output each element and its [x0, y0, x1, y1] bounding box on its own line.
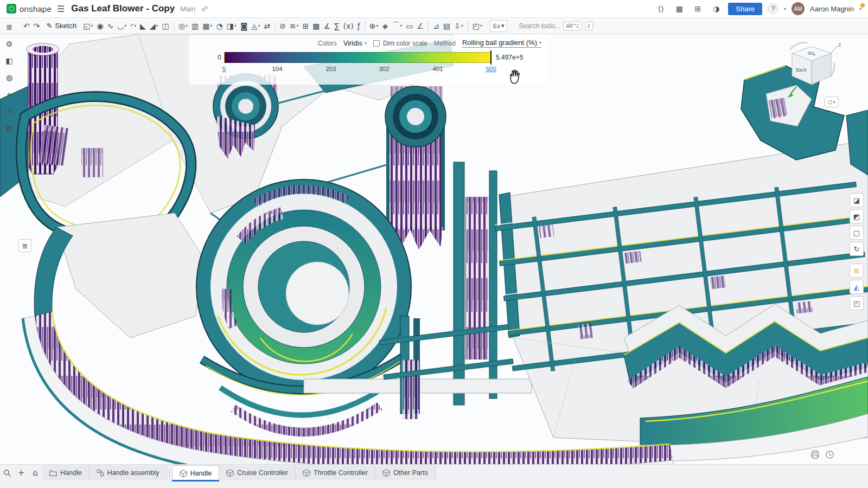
- main-menu-icon[interactable]: ☰: [57, 4, 65, 14]
- tab-handle-folder[interactable]: Handle: [42, 465, 90, 480]
- view-cube[interactable]: Top Back Z: [784, 41, 841, 105]
- range-start-value[interactable]: 5: [222, 66, 226, 72]
- graphics-area[interactable]: [0, 34, 868, 464]
- analysis-icon[interactable]: ◭: [850, 280, 864, 294]
- green-axis-arrow: [791, 87, 796, 93]
- view-cube-menu-button[interactable]: ◻ ▾: [825, 97, 839, 107]
- tables-panel-icon[interactable]: ▦: [3, 121, 16, 134]
- mirror-tool[interactable]: ◨▾: [225, 20, 238, 33]
- appearance-icon[interactable]: ◧: [3, 54, 16, 67]
- range-end-value[interactable]: 500: [486, 66, 496, 72]
- shell-tool[interactable]: ◫: [161, 20, 171, 33]
- apps-grid-icon[interactable]: ⊞: [691, 2, 704, 15]
- transform-tool[interactable]: ⇄: [262, 20, 272, 33]
- palette-caret-icon: ▾: [365, 41, 367, 46]
- redo-button[interactable]: ↷: [32, 20, 42, 33]
- history-icon[interactable]: ◷: [3, 105, 16, 118]
- onshape-logo[interactable]: ⬡ onshape: [7, 4, 52, 14]
- user-name[interactable]: Aaron Magnin: [810, 5, 854, 13]
- section-view-icon[interactable]: ◩: [850, 209, 864, 223]
- offset-surface-tool[interactable]: ≋▾: [288, 20, 301, 33]
- sweep-tool[interactable]: ∿: [106, 20, 116, 33]
- loft-tool[interactable]: ◡▾: [116, 20, 128, 33]
- print-icon[interactable]: [810, 450, 820, 461]
- model-circular-recess[interactable]: [196, 179, 411, 394]
- sketch-button[interactable]: ✎ Sketch: [42, 20, 81, 33]
- share-link-icon[interactable]: [201, 5, 208, 12]
- featurescript-tool[interactable]: ƒ: [356, 20, 362, 33]
- comments-icon[interactable]: ◍: [3, 71, 16, 84]
- thicken-tool[interactable]: ⊞: [301, 20, 311, 33]
- features-list-icon[interactable]: ≣: [3, 21, 16, 34]
- draft-tool[interactable]: ◢▾: [148, 20, 160, 33]
- custom-feature-tool[interactable]: ⊕▾: [368, 20, 380, 33]
- appearance-layers-icon[interactable]: ≣: [850, 264, 864, 278]
- avatar[interactable]: AM: [792, 2, 805, 15]
- method-dropdown[interactable]: Rolling ball gradient (%) ▾: [462, 38, 541, 48]
- apps-tool[interactable]: ◰▾: [471, 20, 484, 33]
- feature-tree-toggle[interactable]: ≣: [18, 239, 31, 252]
- linear-pattern-tool[interactable]: ▦▾: [201, 20, 214, 33]
- rib-tool[interactable]: ▥: [190, 20, 200, 33]
- top-header: ⬡ onshape ☰ Gas Leaf Blower - Copy Main …: [0, 0, 868, 18]
- hole-tool[interactable]: ◎▾: [177, 20, 189, 33]
- measure-tool[interactable]: ∡: [322, 20, 333, 33]
- variable-tool[interactable]: (x): [342, 20, 355, 33]
- model-viewport[interactable]: [0, 34, 868, 464]
- wireframe-view-icon[interactable]: ▢: [850, 226, 864, 240]
- toolbar-separator: [365, 21, 365, 31]
- corner-break-tool[interactable]: ⊿: [431, 20, 441, 33]
- viridis-gradient-bar[interactable]: [224, 52, 491, 63]
- delete-face-tool[interactable]: ⊘: [278, 20, 288, 33]
- help-caret-icon[interactable]: ▾: [784, 7, 786, 11]
- featurescript-icon[interactable]: ⟨⟩: [654, 2, 667, 15]
- color-panel-controls: Colors Viridis ▾ Dim color scale Method …: [189, 35, 548, 50]
- help-button[interactable]: ?: [768, 3, 778, 14]
- scale-end-marker[interactable]: [490, 50, 492, 65]
- undo-button[interactable]: ↶: [22, 20, 31, 33]
- tab-other-parts[interactable]: Other Parts: [375, 465, 436, 480]
- tab-search-icon[interactable]: [0, 465, 14, 480]
- bend-tool[interactable]: ∠: [416, 20, 426, 33]
- split-tool[interactable]: ◬▾: [250, 20, 262, 33]
- tab-cruise-controller[interactable]: Cruise Controller: [219, 465, 296, 480]
- fillet-tool[interactable]: ◜▾: [129, 20, 138, 33]
- palette-dropdown[interactable]: Viridis ▾: [343, 39, 367, 47]
- tag-tool[interactable]: ◈: [380, 20, 390, 33]
- dim-color-scale-checkbox[interactable]: Dim color scale: [373, 40, 427, 47]
- panels-icon[interactable]: ▦: [673, 2, 686, 15]
- clock-icon[interactable]: [825, 450, 834, 461]
- revolve-tool[interactable]: ◉: [95, 20, 105, 33]
- configurations-icon[interactable]: ⚙: [3, 37, 16, 50]
- sheet-metal-tool[interactable]: ⌒▾: [390, 20, 404, 33]
- fill-tool[interactable]: ▩: [311, 20, 321, 33]
- mass-properties-tool[interactable]: ∑: [333, 20, 341, 33]
- rotate-view-icon[interactable]: ↻: [850, 242, 864, 256]
- boolean-tool[interactable]: ◙: [239, 20, 250, 33]
- model-boss-cylinder-2[interactable]: [385, 86, 446, 250]
- extrude-tool[interactable]: ◱▾: [81, 20, 94, 33]
- circular-pattern-tool[interactable]: ◔: [215, 20, 225, 33]
- share-button[interactable]: Share: [728, 3, 762, 15]
- branch-label[interactable]: Main: [180, 5, 195, 13]
- tables-tool[interactable]: ▤: [442, 20, 452, 33]
- flatten-tool[interactable]: ▭: [404, 20, 414, 33]
- learning-globe-icon[interactable]: ◑: [710, 2, 723, 15]
- toolbar-separator: [275, 21, 275, 31]
- bottom-right-tools: [810, 450, 834, 461]
- tick-value: 401: [432, 66, 443, 72]
- tab-throttle-controller[interactable]: Throttle Controller: [296, 465, 375, 480]
- extensions-button[interactable]: Ex ▾: [490, 20, 507, 32]
- search-in-model-icon[interactable]: ⌖: [3, 88, 16, 101]
- display-cube-icon[interactable]: ◰: [850, 296, 864, 310]
- home-tab-button[interactable]: ⌂: [28, 465, 42, 480]
- search-tools-input[interactable]: Search tools... alt/⌥ c: [515, 20, 596, 32]
- tab-handle-partstudio[interactable]: Handle: [172, 465, 220, 480]
- tab-handle-assembly[interactable]: Handle assembly: [90, 465, 167, 480]
- chamfer-tool[interactable]: ◣: [138, 20, 148, 33]
- shaded-view-icon[interactable]: ◪: [850, 193, 864, 207]
- checkbox-box[interactable]: [373, 40, 380, 47]
- toolbar-separator: [428, 21, 429, 31]
- export-tool[interactable]: ⇩▾: [452, 20, 465, 33]
- new-tab-button[interactable]: +: [14, 465, 28, 480]
